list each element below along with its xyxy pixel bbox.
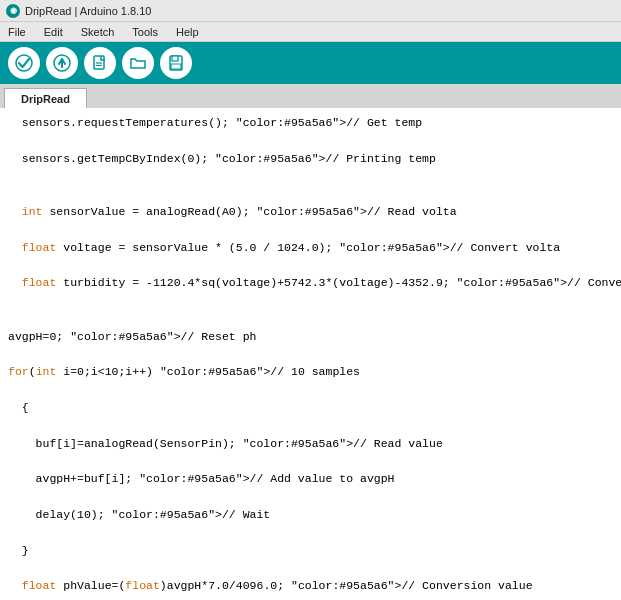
code-line: delay(10); "color:#95a5a6">// Wait xyxy=(8,506,613,524)
code-line: int sensorValue = analogRead(A0); "color… xyxy=(8,203,613,221)
open-button[interactable] xyxy=(122,47,154,79)
verify-icon xyxy=(15,54,33,72)
open-folder-icon xyxy=(129,54,147,72)
upload-icon xyxy=(53,54,71,72)
svg-rect-8 xyxy=(171,64,181,69)
code-line: float turbidity = -1120.4*sq(voltage)+57… xyxy=(8,274,613,292)
menu-edit[interactable]: Edit xyxy=(40,24,67,40)
menu-help[interactable]: Help xyxy=(172,24,203,40)
new-file-icon xyxy=(91,54,109,72)
code-line: avgpH=0; "color:#95a5a6">// Reset ph xyxy=(8,328,613,346)
code-line: float voltage = sensorValue * (5.0 / 102… xyxy=(8,239,613,257)
title-bar: ◉ DripRead | Arduino 1.8.10 xyxy=(0,0,621,22)
code-line: float phValue=(float)avgpH*7.0/4096.0; "… xyxy=(8,577,613,595)
save-icon xyxy=(167,54,185,72)
menu-file[interactable]: File xyxy=(4,24,30,40)
new-button[interactable] xyxy=(84,47,116,79)
window-title: DripRead | Arduino 1.8.10 xyxy=(25,5,151,17)
tab-bar: DripRead xyxy=(0,84,621,108)
verify-button[interactable] xyxy=(8,47,40,79)
svg-rect-7 xyxy=(172,56,178,61)
toolbar xyxy=(0,42,621,84)
upload-button[interactable] xyxy=(46,47,78,79)
code-line: for(int i=0;i<10;i++) "color:#95a5a6">//… xyxy=(8,363,613,381)
code-line: buf[i]=analogRead(SensorPin); "color:#95… xyxy=(8,435,613,453)
code-line: } xyxy=(8,542,613,560)
editor-container: sensors.requestTemperatures(); "color:#9… xyxy=(0,108,621,600)
menu-bar: File Edit Sketch Tools Help xyxy=(0,22,621,42)
code-line: sensors.requestTemperatures(); "color:#9… xyxy=(8,114,613,132)
code-line: sensors.getTempCByIndex(0); "color:#95a5… xyxy=(8,150,613,168)
code-line: avgpH+=buf[i]; "color:#95a5a6">// Add va… xyxy=(8,470,613,488)
menu-tools[interactable]: Tools xyxy=(128,24,162,40)
tab-dripread[interactable]: DripRead xyxy=(4,88,87,108)
tab-label: DripRead xyxy=(21,93,70,105)
menu-sketch[interactable]: Sketch xyxy=(77,24,119,40)
code-line: { xyxy=(8,399,613,417)
code-editor[interactable]: sensors.requestTemperatures(); "color:#9… xyxy=(0,108,621,600)
app-icon: ◉ xyxy=(6,4,20,18)
save-button[interactable] xyxy=(160,47,192,79)
